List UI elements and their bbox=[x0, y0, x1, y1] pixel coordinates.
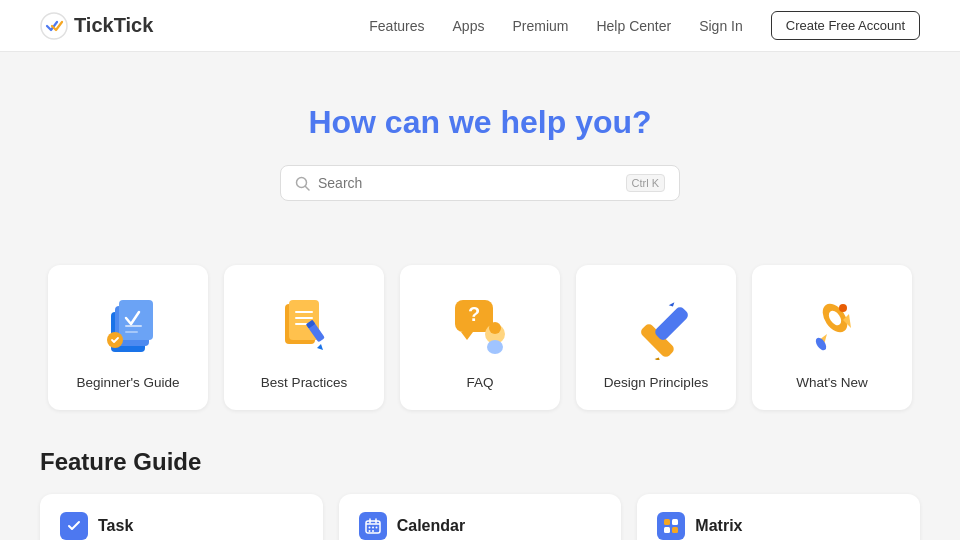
create-free-account-button[interactable]: Create Free Account bbox=[771, 11, 920, 40]
card-design-principles[interactable]: Design Principles bbox=[576, 265, 736, 410]
nav-links: Features Apps Premium Help Center Sign I… bbox=[369, 11, 920, 40]
nav-help-center[interactable]: Help Center bbox=[596, 18, 671, 34]
task-header: Task bbox=[60, 512, 303, 540]
logo-text: TickTick bbox=[74, 14, 153, 37]
ticktick-logo-icon bbox=[40, 12, 68, 40]
matrix-title: Matrix bbox=[695, 517, 742, 535]
feature-card-calendar[interactable]: Calendar Week View - Easy Planning of We… bbox=[339, 494, 622, 540]
hero-heading: How can we help you? bbox=[20, 104, 940, 141]
nav-sign-in[interactable]: Sign In bbox=[699, 18, 743, 34]
hero-heading-highlight: help you? bbox=[500, 104, 651, 140]
svg-rect-5 bbox=[119, 300, 153, 340]
logo[interactable]: TickTick bbox=[40, 12, 153, 40]
beginners-guide-icon bbox=[92, 289, 164, 361]
faq-label: FAQ bbox=[466, 375, 493, 390]
matrix-header: Matrix bbox=[657, 512, 900, 540]
svg-rect-40 bbox=[664, 519, 670, 525]
svg-marker-24 bbox=[669, 301, 676, 308]
feature-cards: Task Add Tasks Effective Reminder Featur… bbox=[40, 494, 920, 540]
beginners-guide-label: Beginner's Guide bbox=[76, 375, 179, 390]
matrix-icon bbox=[657, 512, 685, 540]
task-title: Task bbox=[98, 517, 133, 535]
svg-rect-41 bbox=[672, 519, 678, 525]
svg-rect-20 bbox=[487, 340, 503, 354]
svg-point-36 bbox=[372, 527, 374, 529]
svg-marker-22 bbox=[655, 356, 662, 360]
search-input[interactable] bbox=[318, 175, 618, 191]
design-principles-icon bbox=[620, 289, 692, 361]
feature-guide-section: Feature Guide Task Add Tasks Effective R… bbox=[0, 438, 960, 540]
calendar-header: Calendar bbox=[359, 512, 602, 540]
svg-point-35 bbox=[368, 527, 370, 529]
search-shortcut: Ctrl K bbox=[626, 174, 666, 192]
best-practices-label: Best Practices bbox=[261, 375, 347, 390]
svg-line-2 bbox=[306, 186, 310, 190]
svg-point-37 bbox=[375, 527, 377, 529]
search-icon bbox=[295, 176, 310, 191]
svg-rect-42 bbox=[664, 527, 670, 533]
design-principles-label: Design Principles bbox=[604, 375, 708, 390]
category-cards: Beginner's Guide Best Practices bbox=[0, 237, 960, 438]
nav-premium[interactable]: Premium bbox=[512, 18, 568, 34]
feature-card-matrix[interactable]: Matrix How to Use Eisenhower Matrix How … bbox=[637, 494, 920, 540]
svg-marker-13 bbox=[317, 344, 323, 350]
best-practices-icon bbox=[268, 289, 340, 361]
card-beginners-guide[interactable]: Beginner's Guide bbox=[48, 265, 208, 410]
svg-point-30 bbox=[839, 304, 847, 312]
calendar-title: Calendar bbox=[397, 517, 465, 535]
nav-features[interactable]: Features bbox=[369, 18, 424, 34]
navigation: TickTick Features Apps Premium Help Cent… bbox=[0, 0, 960, 52]
task-icon bbox=[60, 512, 88, 540]
card-whats-new[interactable]: What's New bbox=[752, 265, 912, 410]
whats-new-icon bbox=[796, 289, 868, 361]
hero-heading-static: How can we bbox=[308, 104, 500, 140]
svg-text:?: ? bbox=[468, 303, 480, 325]
svg-point-39 bbox=[372, 530, 374, 532]
svg-marker-16 bbox=[461, 332, 473, 340]
hero-section: How can we help you? Ctrl K bbox=[0, 52, 960, 237]
feature-guide-title: Feature Guide bbox=[40, 448, 920, 476]
svg-point-38 bbox=[368, 530, 370, 532]
svg-rect-23 bbox=[653, 305, 690, 342]
svg-point-19 bbox=[489, 322, 501, 334]
whats-new-label: What's New bbox=[796, 375, 868, 390]
calendar-icon bbox=[359, 512, 387, 540]
card-faq[interactable]: ? FAQ bbox=[400, 265, 560, 410]
faq-icon: ? bbox=[444, 289, 516, 361]
svg-rect-43 bbox=[672, 527, 678, 533]
svg-point-29 bbox=[814, 336, 829, 352]
feature-card-task[interactable]: Task Add Tasks Effective Reminder Featur… bbox=[40, 494, 323, 540]
nav-apps[interactable]: Apps bbox=[453, 18, 485, 34]
search-bar[interactable]: Ctrl K bbox=[280, 165, 680, 201]
card-best-practices[interactable]: Best Practices bbox=[224, 265, 384, 410]
